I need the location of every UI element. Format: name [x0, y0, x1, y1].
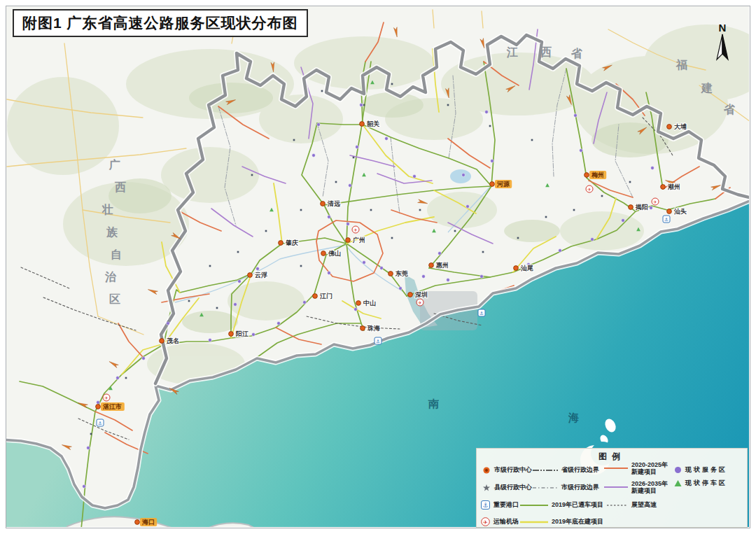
legend-county-center: 县级行政中心	[482, 483, 532, 492]
town-dot	[629, 181, 631, 183]
city-label: 梅州	[591, 171, 604, 178]
service-area-marker	[580, 149, 583, 153]
north-label: N	[710, 22, 735, 33]
service-area-marker	[256, 267, 260, 271]
port-anchor-icon: ⚓	[376, 339, 380, 344]
city-center-marker	[279, 241, 284, 246]
city-center-marker	[388, 272, 393, 276]
service-area-marker	[651, 167, 654, 170]
service-area-marker	[385, 137, 388, 141]
neighbor-province-label: 广	[108, 158, 120, 171]
city-label: 清远	[327, 200, 341, 207]
prov-boundary-line	[533, 468, 558, 472]
city-center-marker	[356, 301, 361, 306]
service-area-marker	[413, 175, 416, 178]
legend-open2019: 2019年已通车项目	[520, 500, 603, 510]
service-area-marker	[591, 238, 594, 241]
neighbor-province-label: 壮	[102, 204, 113, 216]
legend-prov-boundary: 省级行政边界	[533, 465, 599, 475]
legend-port: ⚓ 重要港口	[481, 500, 519, 510]
service-area-marker	[466, 205, 470, 209]
service-area-marker	[303, 301, 307, 304]
city-label: 茂名	[166, 337, 179, 344]
city-center-marker	[429, 263, 434, 268]
city-center-marker	[229, 332, 234, 337]
neighbor-province-label: 族	[106, 226, 118, 238]
sea-label: 南	[428, 398, 439, 409]
city-label: 深圳	[414, 291, 428, 298]
city-center-marker	[408, 293, 413, 297]
city-label: 潮州	[667, 183, 680, 190]
airport-plane-icon: ✈	[481, 517, 490, 526]
service-area-marker	[574, 114, 578, 118]
city-center-marker	[490, 182, 495, 187]
legend-city-boundary: 市级行政边界	[533, 483, 599, 492]
city-center-marker	[584, 173, 589, 178]
open2019-line	[520, 503, 548, 507]
city-center-marker	[667, 209, 672, 214]
city-label: 肇庆	[285, 239, 298, 246]
north-arrow: N	[710, 22, 735, 66]
neighbor-province-label: 西	[540, 46, 552, 58]
service-area-marker	[167, 322, 170, 325]
service-area-marker	[559, 249, 562, 253]
neighbor-province-label: 建	[701, 82, 713, 94]
city-center-marker	[248, 273, 253, 278]
city-label: 韶关	[366, 120, 380, 127]
town-dot	[353, 157, 355, 159]
city-center-marker	[346, 238, 351, 243]
county-center-icon	[482, 484, 491, 492]
neighbor-province-label: 自	[111, 248, 122, 260]
service-area-marker	[422, 275, 426, 279]
legend-city-center: 市级行政中心	[482, 465, 532, 475]
town-dot	[209, 265, 211, 267]
service-area-marker	[328, 272, 331, 275]
port-anchor-icon: ⚓	[481, 500, 490, 510]
service-area-marker	[462, 174, 465, 177]
city-label: 佛山	[328, 250, 341, 257]
town-dot	[300, 265, 302, 267]
reservoir-lake	[450, 169, 471, 183]
neighbor-province-label: 省	[723, 104, 735, 115]
town-dot	[489, 125, 491, 127]
town-dot	[251, 174, 253, 176]
map-figure: { "title": "附图1 广东省高速公路服务区现状分布图", "north…	[0, 0, 756, 534]
legend-label: 展望高速	[631, 500, 657, 510]
city-center-marker	[160, 339, 164, 344]
neighbor-province-label: 江	[506, 46, 518, 58]
town-dot	[188, 300, 190, 302]
port-anchor-icon: ⚓	[664, 217, 668, 222]
service-area-marker	[491, 160, 494, 163]
legend-label: 市级行政中心	[494, 465, 532, 475]
service-area-marker	[238, 280, 241, 283]
service-area-marker	[356, 146, 359, 149]
service-area-marker	[97, 401, 100, 405]
legend-parking-area: 现状停车区	[674, 479, 727, 488]
service-area-marker	[277, 322, 281, 325]
service-area-marker	[438, 252, 442, 255]
svg-text:✈: ✈	[483, 519, 488, 526]
town-dot	[545, 216, 547, 218]
town-dot	[90, 433, 92, 435]
service-area-marker	[399, 287, 402, 290]
service-area-marker	[354, 308, 358, 311]
town-dot	[419, 209, 421, 211]
city-label: 湛江市	[102, 403, 122, 410]
neighbor-province-label: 西	[114, 181, 126, 193]
service-area-marker	[317, 123, 321, 127]
service-area-marker	[380, 267, 384, 270]
service-area-marker	[234, 303, 237, 307]
airport-plane-icon: ✈	[653, 199, 657, 204]
town-dot	[321, 90, 323, 92]
legend-label: 现状服务区	[685, 465, 727, 475]
service-area-marker	[328, 216, 331, 219]
city-label: 珠海	[367, 325, 380, 332]
town-dot	[370, 209, 372, 211]
city-center-marker	[135, 520, 140, 525]
town-dot	[335, 181, 337, 183]
city-center-marker	[514, 266, 519, 271]
neighbor-province-label: 治	[104, 271, 117, 283]
legend-label: 2020-2025年 新建项目	[631, 461, 668, 476]
town-dot	[482, 251, 484, 253]
town-dot	[300, 209, 302, 211]
